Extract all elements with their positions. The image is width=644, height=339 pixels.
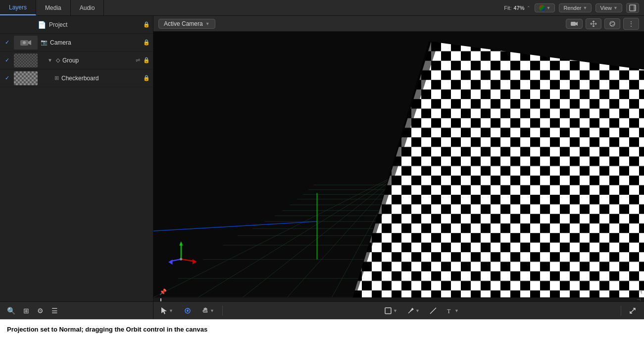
view-chevron-icon: ▼ (613, 5, 618, 10)
camera-icon: 📷 (41, 39, 48, 46)
overflow-icon: ⋮ (628, 20, 635, 28)
render-btn[interactable]: Render ▼ (559, 3, 592, 12)
line-icon (430, 307, 437, 314)
layer-item-project[interactable]: 📄 Project 🔒 (0, 16, 153, 34)
orbit-tool-icon (184, 307, 191, 314)
hand-tool-btn[interactable]: ▼ (199, 305, 217, 316)
select-tool-btn[interactable]: ▼ (158, 305, 176, 316)
checkbox-group[interactable]: ✓ (3, 56, 11, 64)
checkerboard-icon: ⊞ (54, 75, 59, 81)
render-chevron-icon: ▼ (583, 5, 588, 10)
layer-item-group[interactable]: ✓ ▼ ◇ Group ⇌ 🔒 (0, 52, 153, 69)
grid-view-btn[interactable]: ⊞ (21, 305, 31, 317)
shuffle-icon: ⇌ (136, 57, 140, 63)
lock-icon-group: 🔒 (143, 57, 150, 63)
move-mode-btn[interactable] (586, 18, 601, 29)
group-info: ▼ ◇ Group (48, 57, 136, 64)
orbit-mode-btn[interactable] (604, 18, 620, 29)
tab-audio[interactable]: Audio (71, 0, 104, 15)
checkerboard-actions: 🔒 (143, 75, 150, 81)
caption-bar: Projection set to Normal; dragging the O… (0, 319, 644, 339)
filmstrip: ⊣ (153, 297, 644, 301)
camera-info: 📷 Camera (41, 39, 143, 46)
svg-rect-5 (571, 22, 576, 26)
svg-line-57 (430, 308, 436, 314)
color-picker-btn[interactable]: ▼ (535, 3, 555, 12)
svg-marker-48 (193, 259, 197, 264)
pen-icon (407, 307, 414, 314)
canvas-area: Active Camera ▼ (153, 16, 644, 319)
camera-thumb-icon (20, 38, 32, 47)
line-tool-btn[interactable] (427, 305, 440, 316)
group-icon: ◇ (56, 57, 60, 63)
checkbox-camera[interactable]: ✓ (3, 39, 11, 47)
add-layer-btn[interactable]: 🔍 (5, 305, 17, 317)
checker-svg (352, 42, 644, 297)
hand-icon (202, 307, 208, 314)
svg-marker-50 (168, 260, 173, 265)
layer-item-checkerboard[interactable]: ✓ ⊞ Checkerboard 🔒 (0, 69, 153, 87)
color-chevron-icon: ▼ (546, 5, 551, 10)
fit-chevron-icon[interactable]: ⌃ (527, 5, 531, 10)
thumb-checkerboard (14, 71, 38, 85)
pin-icon: 📌 (159, 288, 167, 295)
overflow-btn[interactable]: ⋮ (623, 18, 639, 30)
text-icon: T (446, 307, 453, 314)
expand-icon (629, 307, 636, 314)
camera-view-icon (570, 21, 578, 27)
tab-group: Layers Media Audio (0, 0, 104, 15)
checkbox-checkerboard[interactable]: ✓ (3, 74, 11, 82)
tab-layers[interactable]: Layers (0, 0, 36, 15)
svg-rect-55 (385, 308, 391, 314)
settings-btn[interactable]: ⚙ (35, 305, 46, 317)
orbit-tool-btn[interactable] (181, 305, 194, 316)
move-icon (590, 20, 597, 27)
fit-control: Fit: 47% ⌃ (504, 5, 530, 11)
text-chevron-icon: ▼ (454, 308, 459, 313)
camera-dropdown-chevron: ▼ (205, 21, 210, 26)
checker-plane (352, 42, 644, 297)
group-actions: ⇌ 🔒 (136, 57, 150, 63)
svg-point-4 (23, 41, 26, 44)
top-bar-right: Fit: 47% ⌃ ▼ Render ▼ View ▼ (504, 3, 644, 13)
text-tool-btn[interactable]: T ▼ (444, 305, 462, 316)
shape-chevron-icon: ▼ (393, 308, 397, 313)
thumb-camera (14, 36, 38, 50)
camera-actions: 🔒 (143, 39, 150, 46)
axes-widget (168, 238, 198, 268)
expand-icon[interactable]: ▼ (48, 57, 52, 63)
checkerboard-info: ⊞ Checkerboard (54, 75, 143, 82)
lock-icon-checker: 🔒 (143, 75, 150, 81)
svg-marker-46 (179, 241, 183, 246)
thumb-group (14, 54, 38, 67)
svg-marker-52 (161, 307, 167, 314)
shape-icon (385, 307, 392, 314)
camera-dropdown[interactable]: Active Camera ▼ (158, 19, 215, 29)
layers-panel-btn[interactable]: ☰ (50, 305, 60, 317)
svg-rect-1 (634, 5, 636, 11)
lock-icon-camera: 🔒 (143, 39, 150, 46)
bottom-toolbar: ▼ ▼ (153, 301, 644, 319)
svg-point-56 (411, 308, 413, 310)
orbit-icon (609, 20, 616, 27)
viewport[interactable]: 📌 ⊣ (153, 32, 644, 297)
top-bar: Layers Media Audio Fit: 47% ⌃ ▼ Render ▼… (0, 0, 644, 16)
window-btn[interactable] (626, 3, 639, 13)
view-btn[interactable]: View ▼ (595, 3, 622, 12)
arrow-icon (161, 307, 167, 314)
hand-chevron-icon: ▼ (210, 308, 214, 313)
pen-chevron-icon: ▼ (415, 308, 420, 313)
color-wheel-icon (539, 5, 545, 11)
camera-mode-btn[interactable] (566, 19, 583, 29)
shape-tool-btn[interactable]: ▼ (382, 305, 400, 316)
layer-item-camera[interactable]: ✓ 📷 Camera 🔒 (0, 34, 153, 52)
window-icon (629, 4, 636, 11)
tab-media[interactable]: Media (36, 0, 71, 15)
fit-value[interactable]: 47% (513, 5, 524, 11)
pen-tool-btn[interactable]: ▼ (404, 305, 423, 316)
center-tools: ▼ ▼ T ▼ (382, 305, 462, 316)
expand-btn[interactable] (626, 305, 639, 316)
main-content: 📄 Project 🔒 ✓ 📷 Camera 🔒 (0, 16, 644, 319)
film-needle (160, 298, 161, 301)
caption-text: Projection set to Normal; dragging the O… (7, 326, 207, 333)
